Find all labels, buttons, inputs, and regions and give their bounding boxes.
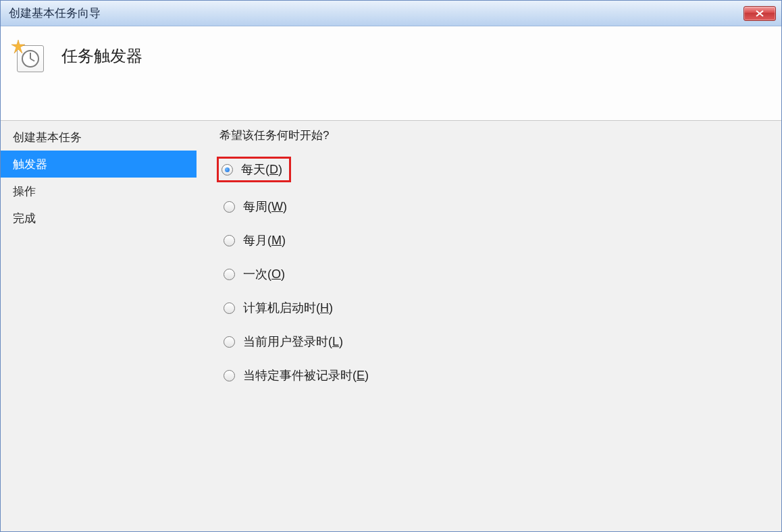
radio-weekly[interactable] [224, 201, 235, 213]
close-button[interactable] [744, 6, 776, 21]
option-label: 当前用户登录时(L) [243, 334, 343, 350]
window-title: 创建基本任务向导 [9, 5, 101, 21]
option-label: 计算机启动时(H) [243, 300, 333, 316]
radio-once[interactable] [224, 269, 235, 280]
option-label: 每天(D) [241, 161, 282, 178]
option-at-logon[interactable]: 当前用户登录时(L) [219, 332, 347, 351]
option-monthly[interactable]: 每月(M) [219, 231, 290, 250]
option-label: 每月(M) [243, 232, 286, 248]
header-icon [13, 41, 45, 74]
option-on-event[interactable]: 当特定事件被记录时(E) [219, 366, 373, 385]
radio-daily[interactable] [221, 164, 233, 176]
sidebar-item-label: 创建基本任务 [13, 130, 82, 145]
trigger-question: 希望该任务何时开始? [215, 128, 768, 143]
option-weekly[interactable]: 每周(W) [219, 197, 291, 216]
sidebar-item-label: 操作 [13, 184, 36, 199]
wizard-body: 创建基本任务 触发器 操作 完成 希望该任务何时开始? 每天(D) [1, 121, 781, 531]
wizard-header: 任务触发器 [1, 26, 781, 121]
option-label: 一次(O) [243, 266, 285, 282]
sidebar-item-label: 完成 [13, 211, 36, 226]
titlebar: 创建基本任务向导 [1, 1, 781, 26]
page-title: 任务触发器 [61, 45, 142, 67]
option-label: 当特定事件被记录时(E) [243, 367, 369, 383]
radio-at-startup[interactable] [224, 302, 235, 314]
wizard-sidebar: 创建基本任务 触发器 操作 完成 [1, 121, 197, 531]
wizard-window: 创建基本任务向导 任务触发器 创建基本任务 触发器 [0, 0, 782, 532]
sidebar-item-create-basic-task[interactable]: 创建基本任务 [1, 124, 197, 151]
option-once[interactable]: 一次(O) [219, 265, 289, 284]
trigger-options: 每天(D) 每周(W) 每月(M) 一次(O) 计算机启动时(H) [215, 157, 768, 385]
svg-marker-2 [11, 40, 25, 53]
option-at-startup[interactable]: 计算机启动时(H) [219, 298, 337, 317]
option-label: 每周(W) [243, 198, 287, 215]
new-spark-icon [11, 40, 25, 53]
radio-on-event[interactable] [224, 370, 235, 381]
wizard-main: 希望该任务何时开始? 每天(D) 每周(W) 每月(M) 一次(O) [197, 121, 781, 531]
radio-at-logon[interactable] [224, 336, 235, 348]
sidebar-item-action[interactable]: 操作 [1, 178, 197, 205]
sidebar-item-trigger[interactable]: 触发器 [1, 151, 197, 178]
option-daily[interactable]: 每天(D) [217, 157, 291, 182]
sidebar-item-label: 触发器 [13, 157, 47, 172]
sidebar-item-finish[interactable]: 完成 [1, 205, 197, 232]
close-icon [755, 10, 764, 17]
radio-monthly[interactable] [224, 235, 235, 246]
